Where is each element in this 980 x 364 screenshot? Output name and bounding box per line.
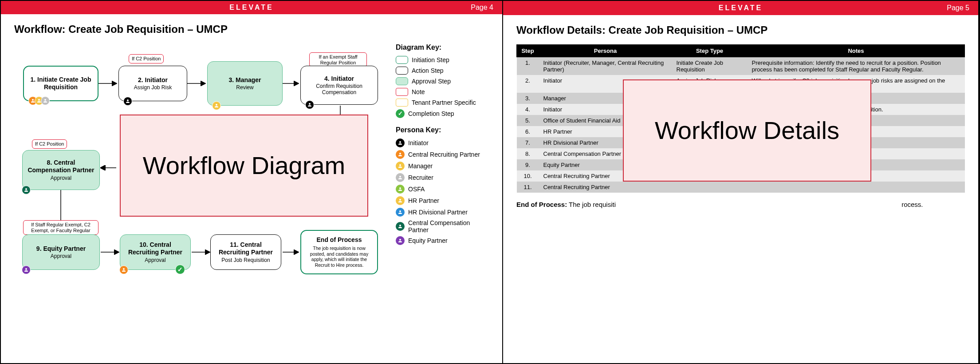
persona-key-item: Central Recruiting Partner [396,150,489,159]
person-icon [212,101,221,110]
persona-key-item: Equity Partner [396,236,489,245]
cell-step: 5. [517,115,539,126]
page-5: ELEVATE Page 5 Workflow Details: Create … [503,1,979,363]
page-number: Page 5 [947,4,969,12]
flow-step-8: 8. Central Compensation Partner Approval [22,150,100,190]
persona-key-item: OSFA [396,185,489,194]
step-title: 9. Equity Partner [26,245,96,253]
step-personas [22,186,31,194]
swatch-icon [396,99,408,107]
key-tenant: Tenant Partner Specific [396,99,489,107]
cell-step: 10. [517,170,539,182]
step-sub: Confirm Requisition Compensation [304,83,374,95]
person-icon [396,236,405,245]
cell-type: Initiate Create Job Requisition [672,57,748,75]
cell-step: 11. [517,182,539,193]
person-icon [123,97,132,106]
person-icon [119,265,128,274]
cell-step: 4. [517,104,539,115]
page-4: ELEVATE Page 4 Workflow: Create Job Requ… [1,1,503,363]
swatch-icon [396,56,408,64]
step-title: 8. Central Compensation Partner [26,159,96,174]
flow-end: End of Process The job requisition is no… [300,230,378,274]
flow-step-3: 3. Manager Review [207,61,283,106]
key-label: Action Step [412,67,444,74]
swatch-icon [396,67,408,75]
persona-key-item: HR Divisional Partner [396,208,489,217]
persona-key-item: Central Compensation Partner [396,219,489,233]
persona-label: Manager [408,162,433,170]
end-text-end: rocess. [901,201,923,208]
step-personas [119,265,128,274]
note-staff-exempt: If Staff Regular Exempt, C2 Exempt, or F… [23,220,98,235]
key-action: Action Step [396,67,489,75]
diagram-key-title: Diagram Key: [396,44,489,51]
workflow-diagram: 1. Initiate Create Job Requisition If C2… [14,44,387,354]
person-icon [396,150,405,159]
note-exempt: If an Exempt Staff Regular Position [309,52,367,67]
person-icon [396,208,405,217]
col-type: Step Type [672,45,748,57]
cell-step: 3. [517,93,539,104]
table-header-row: Step Persona Step Type Notes [517,45,965,57]
step-sub: Approval [26,175,96,181]
key-approval: Approval Step [396,77,489,85]
flow-step-9: 9. Equity Partner Approval [22,234,100,270]
key-label: Initiation Step [412,56,449,63]
person-icon [22,186,31,194]
swatch-icon [396,88,408,96]
key-label: Approval Step [412,78,451,85]
person-icon [41,96,50,105]
swatch-icon [396,77,408,85]
table-row: 11. Central Recruiting Partner [517,182,965,193]
step-personas [305,100,314,109]
note-c2: If C2 Position [129,54,164,63]
key-note: Note [396,88,489,96]
persona-label: Central Compensation Partner [408,219,489,233]
page-header: ELEVATE Page 4 [1,1,502,14]
cell-step: 8. [517,148,539,159]
person-icon [396,185,405,194]
persona-key-item: Manager [396,162,489,170]
step-title: 11. Central Recruiting Partner [214,241,277,256]
cell-persona: Central Recruiting Partner [539,182,672,193]
persona-key-title: Persona Key: [396,126,489,134]
person-icon [396,173,405,182]
step-desc: The job requisition is now posted, and c… [305,245,374,268]
cell-step: 2. [517,75,539,93]
cell-step: 6. [517,126,539,137]
cell-step: 9. [517,159,539,170]
flow-step-10: 10. Central Recruiting Partner Approval … [120,234,191,270]
step-sub: Approval [124,257,187,263]
page-number: Page 4 [471,4,493,12]
step-sub: Approval [26,253,96,259]
note-c2-b: If C2 Position [32,139,67,149]
step-sub: Assign Job Risk [122,84,183,91]
persona-label: Equity Partner [408,237,448,244]
persona-label: Recruiter [408,174,433,181]
step-sub: Review [211,84,279,91]
key-label: Completion Step [408,110,454,117]
col-step: Step [517,45,539,57]
step-title: 1. Initiate Create Job Requisition [28,76,94,91]
persona-label: OSFA [408,186,425,193]
persona-key-item: Recruiter [396,173,489,182]
completion-icon: ✓ [175,265,185,274]
end-label: End of Process: [516,201,567,208]
col-notes: Notes [748,45,965,57]
cell-persona: Initiator (Recruiter, Manager, Central R… [539,57,672,75]
cell-notes [748,182,965,193]
persona-label: HR Partner [408,197,439,204]
person-icon [396,222,405,231]
step-personas [212,101,221,110]
persona-key-item: HR Partner [396,196,489,205]
persona-label: HR Divisional Partner [408,209,468,216]
diagram-keys: Diagram Key: Initiation Step Action Step… [396,44,489,354]
page-title: Workflow: Create Job Requisition – UMCP [14,23,489,36]
brand-logo: ELEVATE [229,4,273,12]
step-title: 4. Initiator [304,75,374,83]
page-title: Workflow Details: Create Job Requisition… [516,24,965,36]
step-title: End of Process [305,236,374,244]
flow-step-1: 1. Initiate Create Job Requisition [23,66,98,101]
step-title: 3. Manager [211,76,279,84]
